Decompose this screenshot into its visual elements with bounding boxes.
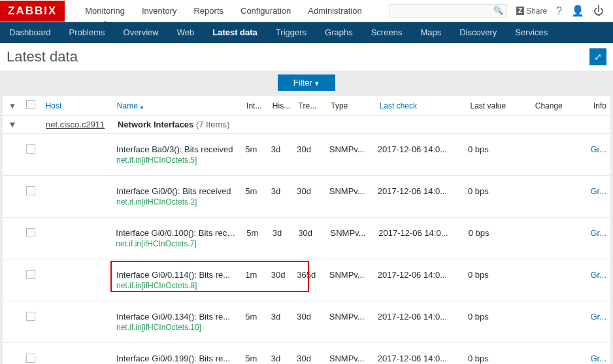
data-table: ▼ Host Name Int... His... Tre... Type La… xyxy=(3,96,610,364)
search-input[interactable] xyxy=(389,4,507,18)
col-info: Info xyxy=(589,97,610,114)
interval-value: 1m xyxy=(241,265,267,285)
type-value: SNMPv... xyxy=(325,181,374,201)
content: Filter ▼ Host Name Int... His... Tre... … xyxy=(0,71,613,364)
interval-value: 5m xyxy=(241,181,267,201)
top-menu-inventory[interactable]: Inventory xyxy=(133,1,185,21)
history-value: 30d xyxy=(267,265,293,285)
share-button[interactable]: ZShare xyxy=(516,7,547,16)
top-menu-monitoring[interactable]: Monitoring xyxy=(76,1,133,21)
table-row: Interface Gi0/0(): Bits receivednet.if.i… xyxy=(3,176,610,218)
trends-value: 30d xyxy=(293,181,325,201)
sub-menu-discovery[interactable]: Discovery xyxy=(450,22,506,43)
sub-menu-graphs[interactable]: Graphs xyxy=(316,22,362,43)
item-name: Interface Ba0/3(): Bits received xyxy=(116,144,237,154)
trends-value: 30d xyxy=(293,348,325,364)
sub-menu-latest-data[interactable]: Latest data xyxy=(203,22,267,43)
sub-menu-dashboard[interactable]: Dashboard xyxy=(0,22,60,43)
top-menu-reports[interactable]: Reports xyxy=(185,1,232,21)
lastcheck-value: 2017-12-06 14:0... xyxy=(374,223,464,243)
group-row: ▼ net.cisco.c2911 Network Interfaces (7 … xyxy=(3,116,610,134)
row-checkbox[interactable] xyxy=(26,312,35,321)
col-host[interactable]: Host xyxy=(42,97,113,114)
top-nav: ZABBIX MonitoringInventoryReportsConfigu… xyxy=(0,0,613,22)
trends-value: 30d xyxy=(293,139,325,159)
table-row: Interface Gi0/0.199(): Bits re...net.if.… xyxy=(3,343,610,364)
select-all-checkbox[interactable] xyxy=(26,100,35,109)
fullscreen-button[interactable]: ⤢ xyxy=(589,48,606,65)
lastvalue-value: 0 bps xyxy=(465,223,529,243)
graph-link[interactable]: Gr... xyxy=(590,354,606,363)
lastcheck-value: 2017-12-06 14:0... xyxy=(374,265,464,285)
item-key-link[interactable]: net.if.in[ifHCInOctets.7] xyxy=(116,239,239,248)
lastcheck-value: 2017-12-06 14:0... xyxy=(374,306,464,327)
group-name: Network Interfaces xyxy=(118,120,193,129)
graph-link[interactable]: Gr... xyxy=(590,270,606,280)
history-value: 3d xyxy=(267,348,293,364)
graph-link[interactable]: Gr... xyxy=(590,144,606,154)
trends-value: 365d xyxy=(293,265,325,285)
history-value: 3d xyxy=(269,223,294,243)
row-checkbox[interactable] xyxy=(26,186,35,195)
page-title: Latest data xyxy=(7,48,589,65)
item-key-link[interactable]: net.if.in[ifHCInOctets.5] xyxy=(116,156,237,165)
interval-value: 5m xyxy=(241,348,267,364)
interval-value: 5m xyxy=(241,139,267,159)
trends-value: 30d xyxy=(293,306,325,327)
host-link[interactable]: net.cisco.c2911 xyxy=(46,120,105,129)
item-name: Interface Gi0/0.114(): Bits re... xyxy=(116,270,237,280)
sub-menu-maps[interactable]: Maps xyxy=(411,22,450,43)
history-value: 3d xyxy=(267,139,293,159)
group-count: (7 Items) xyxy=(196,120,229,129)
table-row: Interface Gi0/0.100(): Bits receivednet.… xyxy=(3,218,610,259)
sub-menu-triggers[interactable]: Triggers xyxy=(267,22,316,43)
col-lastcheck[interactable]: Last check xyxy=(376,97,467,114)
lastvalue-value: 0 bps xyxy=(464,181,529,201)
item-key-link[interactable]: net.if.in[ifHCInOctets.2] xyxy=(116,197,237,207)
user-icon[interactable]: 👤 xyxy=(571,5,584,17)
interval-value: 5m xyxy=(241,306,267,327)
history-value: 3d xyxy=(267,306,293,327)
item-key-link[interactable]: net.if.in[ifHCInOctets.10] xyxy=(116,323,237,332)
filter-button[interactable]: Filter xyxy=(278,74,335,91)
graph-link[interactable]: Gr... xyxy=(590,228,606,238)
trends-value: 30d xyxy=(294,223,326,243)
top-menu-administration[interactable]: Administration xyxy=(299,1,370,21)
sub-menu-screens[interactable]: Screens xyxy=(362,22,412,43)
col-history: His... xyxy=(269,97,295,114)
type-value: SNMPv... xyxy=(325,265,374,285)
row-checkbox[interactable] xyxy=(26,228,35,237)
top-tools: ZShare ? 👤 ⏻ xyxy=(389,4,613,18)
lastcheck-value: 2017-12-06 14:0... xyxy=(374,139,464,159)
item-name: Interface Gi0/0(): Bits received xyxy=(116,186,237,196)
filter-bar: Filter xyxy=(3,71,610,96)
expand-all-icon[interactable]: ▼ xyxy=(3,97,22,114)
collapse-icon[interactable]: ▼ xyxy=(3,116,22,133)
type-value: SNMPv... xyxy=(325,306,374,327)
col-name[interactable]: Name xyxy=(113,97,242,114)
col-change: Change xyxy=(531,97,589,114)
table-header: ▼ Host Name Int... His... Tre... Type La… xyxy=(3,96,610,116)
table-row: Interface Gi0/0.134(): Bits re...net.if.… xyxy=(3,301,610,343)
item-key-link[interactable]: net.if.in[ifHCInOctets.8] xyxy=(116,281,237,290)
col-trends: Tre... xyxy=(295,97,327,114)
top-menu-configuration[interactable]: Configuration xyxy=(232,1,299,21)
logo[interactable]: ZABBIX xyxy=(0,1,65,22)
graph-link[interactable]: Gr... xyxy=(590,186,606,196)
sub-menu-services[interactable]: Services xyxy=(506,22,557,43)
table-row: Interface Ba0/3(): Bits receivednet.if.i… xyxy=(3,134,610,176)
sub-menu-web[interactable]: Web xyxy=(168,22,204,43)
lastvalue-value: 0 bps xyxy=(464,348,529,364)
type-value: SNMPv... xyxy=(325,348,374,364)
page-header: Latest data ⤢ xyxy=(0,43,613,71)
graph-link[interactable]: Gr... xyxy=(590,312,606,322)
row-checkbox[interactable] xyxy=(26,144,35,154)
row-checkbox[interactable] xyxy=(26,354,35,363)
table-row: Interface Gi0/0.114(): Bits re...net.if.… xyxy=(3,259,610,301)
type-value: SNMPv... xyxy=(325,139,374,159)
power-icon[interactable]: ⏻ xyxy=(593,5,604,17)
row-checkbox[interactable] xyxy=(26,270,35,279)
lastvalue-value: 0 bps xyxy=(464,306,529,327)
sub-menu-overview[interactable]: Overview xyxy=(114,22,168,43)
help-icon[interactable]: ? xyxy=(556,5,562,17)
